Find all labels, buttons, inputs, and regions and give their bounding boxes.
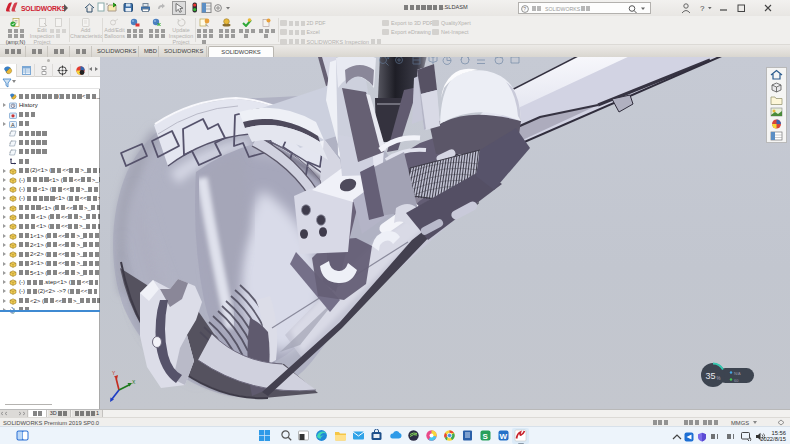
svg-text:60: 60 xyxy=(734,378,739,383)
svg-text:Y: Y xyxy=(112,370,116,376)
svg-text:A: A xyxy=(11,122,15,128)
svg-text:?: ? xyxy=(523,6,526,12)
svg-text:35: 35 xyxy=(706,371,716,381)
svg-text:N/A: N/A xyxy=(734,371,741,376)
svg-text:W: W xyxy=(500,432,508,441)
svg-text:S: S xyxy=(483,432,489,441)
svg-text:?: ? xyxy=(700,4,705,13)
svg-text:SOLIDWORKS: SOLIDWORKS xyxy=(21,5,66,12)
svg-text:%: % xyxy=(717,376,721,381)
svg-text:X: X xyxy=(132,379,136,385)
